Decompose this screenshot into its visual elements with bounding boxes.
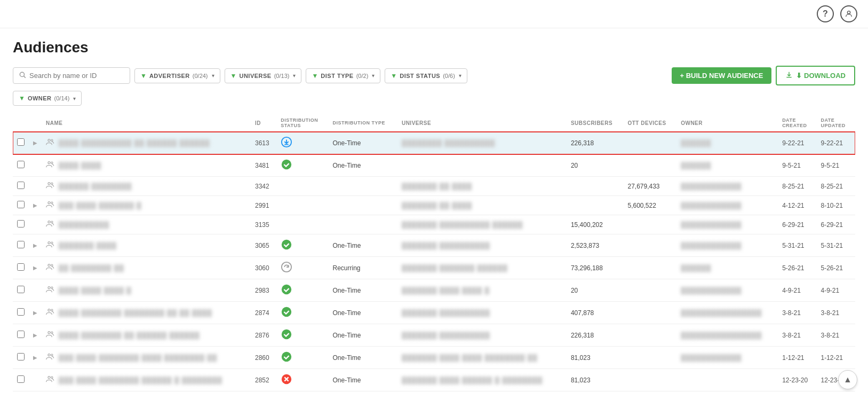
row-date-updated: 8-25-21 bbox=[817, 177, 855, 196]
row-checkbox[interactable] bbox=[13, 257, 29, 279]
help-icon[interactable]: ? bbox=[817, 5, 834, 22]
row-checkbox[interactable] bbox=[13, 302, 29, 324]
row-checkbox[interactable] bbox=[13, 279, 29, 302]
row-expand bbox=[29, 215, 42, 234]
row-checkbox[interactable] bbox=[13, 234, 29, 257]
row-ott-devices bbox=[623, 132, 676, 154]
row-name-cell: ████ ████████ ████████ ██ ██ ████ bbox=[42, 302, 251, 324]
row-name-cell: ███ ████ ████████ ████ ████████ ██ bbox=[42, 347, 251, 369]
row-subscribers: 81,023 bbox=[567, 369, 624, 391]
scroll-to-top-button[interactable]: ▲ bbox=[838, 370, 857, 389]
row-dist-status bbox=[276, 132, 328, 154]
row-dist-status bbox=[276, 215, 328, 234]
dist-type-count: (0/2) bbox=[356, 73, 369, 79]
col-header-id[interactable]: ID bbox=[251, 114, 276, 132]
row-name: ███████ ████ bbox=[59, 242, 117, 249]
row-name-cell: ██ ████████ ██ bbox=[42, 257, 251, 279]
row-checkbox[interactable] bbox=[13, 154, 29, 177]
row-universe bbox=[397, 154, 567, 177]
row-name: ██████ ████████ bbox=[59, 183, 132, 190]
row-universe: ███████ ████ ██████ █ ████████ bbox=[397, 369, 567, 391]
col-header-owner[interactable]: OWNER bbox=[676, 114, 778, 132]
group-icon bbox=[46, 352, 54, 363]
row-expand[interactable]: ▶ bbox=[29, 347, 42, 369]
search-input[interactable] bbox=[29, 72, 124, 80]
col-header-name[interactable]: NAME bbox=[42, 114, 251, 132]
col-header-date-created[interactable]: DATECREATED bbox=[778, 114, 816, 132]
advertiser-label: ADVERTISER bbox=[149, 73, 190, 79]
row-date-updated: 5-26-21 bbox=[817, 257, 855, 279]
row-subscribers: 81,023 bbox=[567, 347, 624, 369]
build-label: + BUILD NEW AUDIENCE bbox=[680, 72, 763, 80]
universe-filter[interactable]: ▼ UNIVERSE (0/13) ▾ bbox=[225, 68, 302, 83]
row-checkbox[interactable] bbox=[13, 369, 29, 391]
svg-point-14 bbox=[51, 202, 53, 203]
dist-status-filter[interactable]: ▼ DIST STATUS (0/6) ▾ bbox=[385, 68, 467, 83]
row-checkbox[interactable] bbox=[13, 324, 29, 347]
advertiser-filter[interactable]: ▼ ADVERTISER (0/24) ▾ bbox=[134, 68, 220, 83]
row-id: 2852 bbox=[251, 369, 276, 391]
user-icon[interactable] bbox=[840, 5, 857, 22]
row-name-cell: ███ ████ ███████ █ bbox=[42, 196, 251, 215]
build-new-audience-button[interactable]: + BUILD NEW AUDIENCE bbox=[672, 67, 772, 84]
row-dist-type: One-Time bbox=[328, 132, 397, 154]
universe-count: (0/13) bbox=[274, 73, 290, 79]
row-name: ████ ████ ████ █ bbox=[59, 287, 132, 294]
table-row: ▶ ███████ ████ 3065 One-Time ████ bbox=[13, 234, 855, 257]
col-header-date-updated[interactable]: DATEUPDATED bbox=[817, 114, 855, 132]
row-date-created: 12-23-20 bbox=[778, 369, 816, 391]
row-dist-status bbox=[276, 279, 328, 302]
col-header-dist-type[interactable]: DISTRIBUTION TYPE bbox=[328, 114, 397, 132]
col-header-subscribers[interactable]: SUBSCRIBERS bbox=[567, 114, 624, 132]
row-checkbox[interactable] bbox=[13, 177, 29, 196]
advertiser-count: (0/24) bbox=[193, 73, 208, 79]
svg-point-26 bbox=[48, 309, 50, 311]
row-checkbox[interactable] bbox=[13, 347, 29, 369]
row-expand[interactable]: ▶ bbox=[29, 132, 42, 154]
row-id: 3481 bbox=[251, 154, 276, 177]
audiences-table: NAME ID DISTRIBUTIONSTATUS DISTRIBUTION … bbox=[13, 114, 855, 391]
svg-point-1 bbox=[20, 72, 24, 76]
row-name: ███ ████ ███████ █ bbox=[59, 202, 142, 209]
row-id: 2876 bbox=[251, 324, 276, 347]
row-name: ████ ██████████ ██ ██████ ██████ bbox=[59, 139, 210, 147]
row-expand[interactable]: ▶ bbox=[29, 302, 42, 324]
table-row: ▶ ███ ████ ████████ ████ ████████ ██ 286… bbox=[13, 347, 855, 369]
row-expand[interactable]: ▶ bbox=[29, 196, 42, 215]
svg-line-2 bbox=[24, 76, 26, 78]
row-checkbox[interactable] bbox=[13, 132, 29, 154]
row-ott-devices bbox=[623, 279, 676, 302]
dist-type-filter[interactable]: ▼ DIST TYPE (0/2) ▾ bbox=[306, 68, 380, 83]
col-header-dist-status[interactable]: DISTRIBUTIONSTATUS bbox=[276, 114, 328, 132]
filter-icon: ▼ bbox=[230, 72, 237, 80]
search-box[interactable] bbox=[13, 67, 130, 84]
row-id: 2860 bbox=[251, 347, 276, 369]
row-name: ████ ████ bbox=[59, 162, 101, 169]
col-header-ott[interactable]: OTT DEVICES bbox=[623, 114, 676, 132]
table-row: ███ ████ ████████ ██████ █ ████████ 2852… bbox=[13, 369, 855, 391]
row-subscribers bbox=[567, 177, 624, 196]
row-checkbox[interactable] bbox=[13, 196, 29, 215]
svg-point-35 bbox=[48, 377, 50, 379]
row-owner: ████████████████ bbox=[676, 302, 778, 324]
row-date-updated: 4-9-21 bbox=[817, 279, 855, 302]
chevron-down-icon: ▾ bbox=[459, 73, 461, 79]
page-title: Audiences bbox=[13, 39, 855, 56]
download-icon bbox=[785, 71, 793, 80]
row-expand[interactable]: ▶ bbox=[29, 324, 42, 347]
row-owner: ████████████ bbox=[676, 279, 778, 302]
col-header-universe[interactable]: UNIVERSE bbox=[397, 114, 567, 132]
row-dist-type: One-Time bbox=[328, 279, 397, 302]
owner-filter[interactable]: ▼ OWNER (0/14) ▾ bbox=[13, 91, 82, 106]
row-expand[interactable]: ▶ bbox=[29, 234, 42, 257]
row-checkbox[interactable] bbox=[13, 215, 29, 234]
group-icon bbox=[46, 308, 54, 318]
row-date-created: 3-8-21 bbox=[778, 302, 816, 324]
row-date-updated: 1-12-21 bbox=[817, 347, 855, 369]
table-row: ██████████ 3135 ███████ ██████████ █████… bbox=[13, 215, 855, 234]
download-button[interactable]: ⬇ DOWNLOAD bbox=[776, 66, 855, 85]
row-expand[interactable]: ▶ bbox=[29, 257, 42, 279]
row-subscribers: 2,523,873 bbox=[567, 234, 624, 257]
row-dist-status bbox=[276, 177, 328, 196]
row-owner: ██████ bbox=[676, 154, 778, 177]
